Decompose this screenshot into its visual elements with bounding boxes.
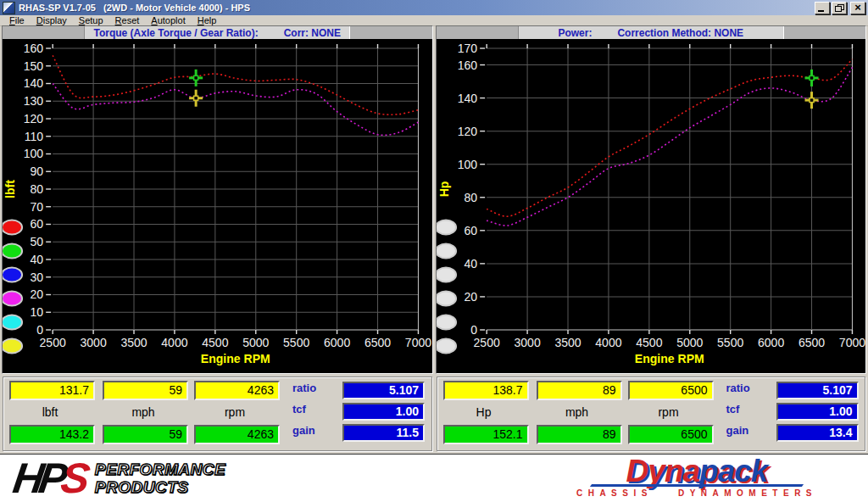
run-select-button-yellow[interactable]: [3, 339, 22, 354]
dynapack-wordmark: Dynapack: [539, 456, 854, 487]
svg-text:40: 40: [464, 257, 477, 271]
svg-text:5000: 5000: [242, 336, 269, 349]
speed-unit-label: mph: [103, 405, 184, 419]
close-button[interactable]: [850, 2, 865, 14]
svg-text:100: 100: [24, 148, 44, 161]
curve-run-magenta: [487, 68, 852, 226]
run-select-button-gray-2[interactable]: [437, 244, 456, 259]
torque-chart[interactable]: 0102030405060708090100110120130140150160…: [3, 39, 432, 373]
svg-text:70: 70: [31, 200, 44, 214]
y-axis-label: Hp: [437, 181, 451, 198]
dynapack-logo: Dynapack CHASSIS DYNAMOMETERS: [539, 456, 854, 498]
power-unit-label: Hp: [443, 405, 525, 419]
svg-text:120: 120: [24, 112, 44, 126]
dynapack-dyna: Dyna: [626, 454, 699, 488]
menu-item-reset[interactable]: Reset: [109, 15, 146, 25]
run-select-button-blue[interactable]: [3, 268, 22, 282]
window-controls: [813, 2, 865, 14]
svg-text:2500: 2500: [40, 336, 66, 349]
green-cursor[interactable]: [804, 70, 818, 86]
ratio-value-field: 5.107: [776, 382, 859, 399]
hps-s: S: [58, 455, 88, 502]
run-select-button-gray-5[interactable]: [437, 315, 456, 330]
hps-products: PRODUCTS: [95, 478, 225, 496]
speed-yellow-cursor-value: 89: [537, 381, 622, 400]
gain-label: gain: [292, 424, 335, 437]
svg-text:20: 20: [464, 290, 477, 304]
yellow-cursor[interactable]: [189, 90, 203, 107]
torque-green-cursor-value: 143.2: [9, 425, 95, 444]
torque-readout-group: 131.7 59 4263 lbft mph rpm 143.2 59 4263…: [3, 376, 432, 451]
svg-text:6000: 6000: [324, 336, 350, 349]
run-select-button-gray-4[interactable]: [437, 292, 456, 306]
speed-green-cursor-value: 89: [537, 425, 622, 444]
svg-text:170: 170: [457, 42, 477, 55]
svg-text:5000: 5000: [676, 336, 703, 349]
svg-text:120: 120: [457, 125, 477, 138]
menu-item-setup[interactable]: Setup: [73, 15, 109, 25]
svg-text:5500: 5500: [717, 336, 743, 349]
rpm-unit-label: rpm: [628, 405, 709, 419]
svg-text:4500: 4500: [202, 336, 228, 349]
run-select-button-red[interactable]: [3, 220, 22, 235]
x-axis-label: Engine RPM: [634, 352, 704, 365]
power-header-strip: Power: Correction Method: NONE: [518, 26, 784, 39]
speed-unit-label: mph: [537, 405, 618, 419]
svg-text:30: 30: [31, 271, 44, 284]
svg-text:140: 140: [24, 77, 44, 91]
torque-header-title: Torque (Axle Torque / Gear Ratio):: [93, 27, 258, 39]
logo-strip: HPS PERFORMANCE PRODUCTS Dynapack CHASSI…: [0, 454, 868, 502]
svg-text:2500: 2500: [473, 336, 499, 349]
rpm-green-cursor-value: 4263: [194, 425, 280, 444]
power-panel: Power: Correction Method: NONE 020406080…: [436, 25, 867, 374]
minimize-button[interactable]: [815, 2, 830, 14]
power-chart[interactable]: 0204060801001201401601702500300035004000…: [437, 39, 866, 373]
title-bar[interactable]: RHAS-SP V1.7-05 (2WD - Motor Vehicle 400…: [0, 0, 868, 15]
power-panel-header: Power: Correction Method: NONE: [437, 26, 866, 39]
chart-area: Torque (Axle Torque / Gear Ratio): Corr:…: [0, 25, 868, 374]
svg-text:50: 50: [31, 235, 44, 248]
power-header-title: Power:: [558, 27, 592, 39]
svg-text:160: 160: [24, 42, 44, 55]
menu-item-autoplot[interactable]: Autoplot: [145, 15, 191, 25]
svg-text:4000: 4000: [161, 336, 187, 349]
app-window: RHAS-SP V1.7-05 (2WD - Motor Vehicle 400…: [0, 0, 868, 502]
dynapack-dynamometers: DYNAMOMETERS: [678, 488, 817, 498]
yellow-cursor[interactable]: [804, 92, 818, 109]
run-select-button-cyan[interactable]: [3, 315, 22, 330]
y-axis-label: lbft: [3, 180, 17, 198]
readout-row: 131.7 59 4263 lbft mph rpm 143.2 59 4263…: [0, 374, 868, 455]
dynapack-subtitle: CHASSIS DYNAMOMETERS: [539, 488, 854, 498]
tcf-value-field: 1.00: [342, 403, 425, 421]
power-green-cursor-value: 152.1: [443, 425, 529, 444]
svg-text:60: 60: [31, 218, 44, 231]
curve-run-magenta: [53, 84, 418, 136]
rpm-yellow-cursor-value: 6500: [628, 381, 714, 400]
gain-value-field: 11.5: [342, 424, 425, 442]
svg-text:0: 0: [470, 323, 477, 337]
menu-item-help[interactable]: Help: [192, 15, 223, 25]
run-select-button-gray-1[interactable]: [437, 220, 456, 235]
gain-label: gain: [726, 424, 769, 437]
menu-item-display[interactable]: Display: [31, 15, 73, 25]
menu-item-file[interactable]: File: [3, 15, 31, 25]
svg-text:10: 10: [31, 305, 44, 319]
run-select-button-gray-3[interactable]: [437, 268, 456, 282]
run-select-button-green[interactable]: [3, 244, 22, 259]
rpm-unit-label: rpm: [194, 405, 275, 419]
svg-text:6000: 6000: [757, 336, 783, 349]
svg-text:110: 110: [25, 130, 44, 143]
torque-correction-status: Corr: NONE: [284, 27, 341, 39]
hps-logo-letters: HPS: [11, 459, 87, 498]
curve-run-red: [487, 59, 852, 217]
svg-text:0: 0: [36, 323, 43, 337]
run-select-button-gray-6[interactable]: [437, 339, 456, 354]
svg-text:5500: 5500: [283, 336, 309, 349]
tcf-value-field: 1.00: [776, 403, 859, 421]
tcf-label: tcf: [726, 403, 769, 416]
run-select-button-magenta[interactable]: [3, 292, 22, 306]
dynapack-pack: pack: [699, 454, 767, 488]
power-correction-status: Correction Method: NONE: [617, 27, 743, 39]
restore-button[interactable]: [832, 2, 847, 14]
svg-text:7000: 7000: [838, 336, 865, 349]
